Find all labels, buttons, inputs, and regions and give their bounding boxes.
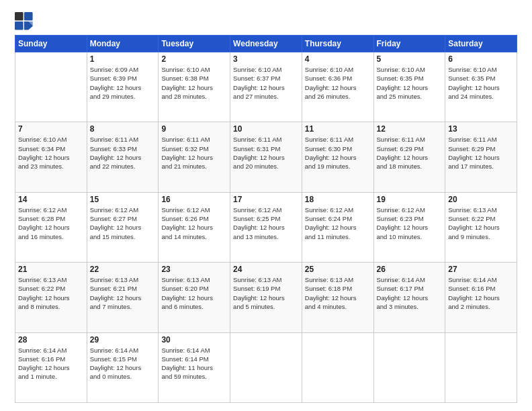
week-row-2: 7Sunrise: 6:10 AM Sunset: 6:34 PM Daylig… [15,122,517,192]
day-cell: 20Sunrise: 6:13 AM Sunset: 6:22 PM Dayli… [445,192,517,262]
day-info: Sunrise: 6:10 AM Sunset: 6:35 PM Dayligh… [377,65,443,101]
day-number: 24 [233,265,299,274]
day-number: 21 [18,265,84,274]
logo [15,12,36,31]
day-number: 26 [377,265,443,274]
day-number: 17 [233,195,299,204]
weekday-header-saturday: Saturday [445,36,517,52]
day-number: 27 [448,265,514,274]
day-number: 7 [18,124,84,134]
day-info: Sunrise: 6:10 AM Sunset: 6:36 PM Dayligh… [305,65,371,101]
day-number: 5 [377,54,443,64]
day-number: 13 [448,124,514,134]
day-number: 25 [305,265,371,274]
svg-rect-1 [24,12,33,21]
day-cell [373,332,445,402]
day-cell: 16Sunrise: 6:12 AM Sunset: 6:26 PM Dayli… [159,192,230,262]
week-row-5: 28Sunrise: 6:14 AM Sunset: 6:16 PM Dayli… [15,332,517,402]
day-cell: 18Sunrise: 6:12 AM Sunset: 6:24 PM Dayli… [302,192,373,262]
day-info: Sunrise: 6:11 AM Sunset: 6:29 PM Dayligh… [377,135,443,171]
day-cell: 1Sunrise: 6:09 AM Sunset: 6:39 PM Daylig… [87,52,159,122]
week-row-4: 21Sunrise: 6:13 AM Sunset: 6:22 PM Dayli… [15,263,517,332]
weekday-header-monday: Monday [87,36,159,52]
day-cell: 2Sunrise: 6:10 AM Sunset: 6:38 PM Daylig… [159,52,230,122]
day-cell [445,332,517,402]
day-number: 19 [377,195,443,204]
day-cell [302,332,373,402]
day-info: Sunrise: 6:10 AM Sunset: 6:38 PM Dayligh… [161,65,227,101]
day-cell: 26Sunrise: 6:14 AM Sunset: 6:17 PM Dayli… [373,263,445,332]
day-info: Sunrise: 6:13 AM Sunset: 6:21 PM Dayligh… [90,275,156,311]
day-info: Sunrise: 6:11 AM Sunset: 6:30 PM Dayligh… [305,135,371,171]
day-info: Sunrise: 6:12 AM Sunset: 6:25 PM Dayligh… [233,205,299,241]
day-info: Sunrise: 6:09 AM Sunset: 6:39 PM Dayligh… [90,65,156,101]
day-number: 20 [448,195,514,204]
day-info: Sunrise: 6:12 AM Sunset: 6:27 PM Dayligh… [90,205,156,241]
day-info: Sunrise: 6:14 AM Sunset: 6:15 PM Dayligh… [90,346,156,381]
day-info: Sunrise: 6:12 AM Sunset: 6:26 PM Dayligh… [161,205,227,241]
day-cell: 15Sunrise: 6:12 AM Sunset: 6:27 PM Dayli… [87,192,159,262]
day-info: Sunrise: 6:12 AM Sunset: 6:28 PM Dayligh… [18,205,84,241]
generalblue-logo-icon [15,12,34,31]
day-info: Sunrise: 6:11 AM Sunset: 6:33 PM Dayligh… [90,135,156,171]
day-number: 9 [161,124,227,134]
day-number: 23 [161,265,227,274]
day-number: 30 [161,335,227,345]
weekday-header-wednesday: Wednesday [230,36,302,52]
weekday-header-thursday: Thursday [302,36,373,52]
day-cell: 6Sunrise: 6:10 AM Sunset: 6:35 PM Daylig… [445,52,517,122]
weekday-header-tuesday: Tuesday [159,36,230,52]
day-number: 15 [90,195,156,204]
day-cell: 30Sunrise: 6:14 AM Sunset: 6:14 PM Dayli… [159,332,230,402]
day-cell: 23Sunrise: 6:13 AM Sunset: 6:20 PM Dayli… [159,263,230,332]
week-row-3: 14Sunrise: 6:12 AM Sunset: 6:28 PM Dayli… [15,192,517,262]
day-cell: 14Sunrise: 6:12 AM Sunset: 6:28 PM Dayli… [15,192,87,262]
day-cell: 28Sunrise: 6:14 AM Sunset: 6:16 PM Dayli… [15,332,87,402]
svg-rect-2 [15,21,24,30]
day-info: Sunrise: 6:10 AM Sunset: 6:35 PM Dayligh… [448,65,514,101]
day-info: Sunrise: 6:13 AM Sunset: 6:18 PM Dayligh… [305,275,371,311]
day-info: Sunrise: 6:11 AM Sunset: 6:29 PM Dayligh… [448,135,514,171]
day-number: 2 [161,54,227,64]
day-cell: 11Sunrise: 6:11 AM Sunset: 6:30 PM Dayli… [302,122,373,192]
day-info: Sunrise: 6:13 AM Sunset: 6:20 PM Dayligh… [161,275,227,311]
day-cell: 12Sunrise: 6:11 AM Sunset: 6:29 PM Dayli… [373,122,445,192]
day-info: Sunrise: 6:13 AM Sunset: 6:19 PM Dayligh… [233,275,299,311]
day-info: Sunrise: 6:10 AM Sunset: 6:34 PM Dayligh… [18,135,84,171]
day-cell: 21Sunrise: 6:13 AM Sunset: 6:22 PM Dayli… [15,263,87,332]
day-info: Sunrise: 6:13 AM Sunset: 6:22 PM Dayligh… [18,275,84,311]
day-info: Sunrise: 6:14 AM Sunset: 6:14 PM Dayligh… [161,346,227,381]
day-cell: 24Sunrise: 6:13 AM Sunset: 6:19 PM Dayli… [230,263,302,332]
day-cell: 22Sunrise: 6:13 AM Sunset: 6:21 PM Dayli… [87,263,159,332]
day-number: 4 [305,54,371,64]
calendar-table: SundayMondayTuesdayWednesdayThursdayFrid… [15,35,517,403]
weekday-header-sunday: Sunday [15,36,87,52]
weekday-header-friday: Friday [373,36,445,52]
day-cell [230,332,302,402]
day-number: 6 [448,54,514,64]
day-cell: 17Sunrise: 6:12 AM Sunset: 6:25 PM Dayli… [230,192,302,262]
day-cell: 5Sunrise: 6:10 AM Sunset: 6:35 PM Daylig… [373,52,445,122]
day-cell: 25Sunrise: 6:13 AM Sunset: 6:18 PM Dayli… [302,263,373,332]
day-cell [15,52,87,122]
day-number: 29 [90,335,156,345]
day-info: Sunrise: 6:11 AM Sunset: 6:31 PM Dayligh… [233,135,299,171]
day-number: 22 [90,265,156,274]
day-info: Sunrise: 6:14 AM Sunset: 6:16 PM Dayligh… [18,346,84,381]
day-info: Sunrise: 6:11 AM Sunset: 6:32 PM Dayligh… [161,135,227,171]
day-info: Sunrise: 6:13 AM Sunset: 6:22 PM Dayligh… [448,205,514,241]
day-info: Sunrise: 6:14 AM Sunset: 6:17 PM Dayligh… [377,275,443,311]
svg-rect-0 [15,12,24,21]
day-number: 11 [305,124,371,134]
day-cell: 7Sunrise: 6:10 AM Sunset: 6:34 PM Daylig… [15,122,87,192]
day-number: 3 [233,54,299,64]
day-cell: 8Sunrise: 6:11 AM Sunset: 6:33 PM Daylig… [87,122,159,192]
day-cell: 27Sunrise: 6:14 AM Sunset: 6:16 PM Dayli… [445,263,517,332]
day-cell: 4Sunrise: 6:10 AM Sunset: 6:36 PM Daylig… [302,52,373,122]
day-cell: 9Sunrise: 6:11 AM Sunset: 6:32 PM Daylig… [159,122,230,192]
day-number: 8 [90,124,156,134]
day-number: 1 [90,54,156,64]
day-info: Sunrise: 6:12 AM Sunset: 6:24 PM Dayligh… [305,205,371,241]
day-info: Sunrise: 6:14 AM Sunset: 6:16 PM Dayligh… [448,275,514,311]
day-number: 18 [305,195,371,204]
